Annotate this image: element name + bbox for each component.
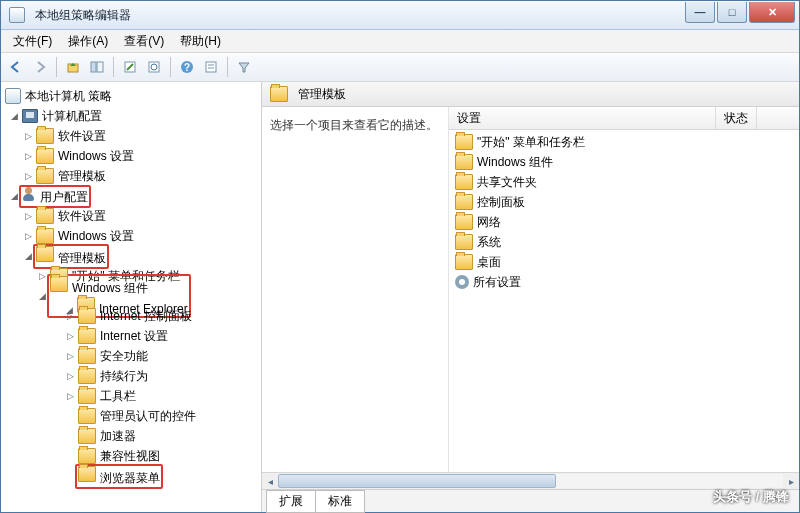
toolbar-separator [170,57,171,77]
expand-icon[interactable]: ▷ [65,351,76,362]
folder-icon [36,228,54,244]
expand-icon[interactable]: ▷ [65,311,76,322]
tree-pane[interactable]: 本地计算机 策略 ◢计算机配置 ▷软件设置 ▷Windows 设置 ▷管理模板 … [1,82,262,512]
col-state[interactable]: 状态 [716,107,757,129]
tree-ie-settings[interactable]: ▷Internet 设置 [1,326,261,346]
list-item[interactable]: 控制面板 [449,192,799,212]
properties-button[interactable] [200,56,222,78]
expand-icon[interactable]: ▷ [65,391,76,402]
tree-accelerators[interactable]: 加速器 [1,426,261,446]
list-header: 设置 状态 [449,107,799,130]
tree-label: 安全功能 [100,348,148,365]
tree-toolbars[interactable]: ▷工具栏 [1,386,261,406]
folder-icon [78,328,96,344]
description-text: 选择一个项目来查看它的描述。 [270,118,438,132]
folder-icon [455,154,473,170]
description-panel: 选择一个项目来查看它的描述。 [262,107,449,472]
tree-admin-approved[interactable]: 管理员认可的控件 [1,406,261,426]
tree-cc-windows[interactable]: ▷Windows 设置 [1,146,261,166]
tree-ie-control-panel[interactable]: ▷Internet 控制面板 [1,306,261,326]
tree-user-config[interactable]: ◢用户配置 [1,186,261,206]
folder-icon [36,246,54,262]
tree-cc-software[interactable]: ▷软件设置 [1,126,261,146]
window-controls: — □ ✕ [683,2,795,22]
app-window: { "window": { "title": "本地组策略编辑器" }, "me… [0,0,800,513]
item-label: Windows 组件 [477,154,553,171]
list-item[interactable]: 网络 [449,212,799,232]
toolbar: ? [1,53,799,82]
tree-browser-menu[interactable]: 浏览器菜单 [1,466,261,486]
expand-icon[interactable]: ▷ [23,131,34,142]
tree-cc-admin[interactable]: ▷管理模板 [1,166,261,186]
folder-icon [455,134,473,150]
scroll-thumb[interactable] [278,474,556,488]
list-item[interactable]: 桌面 [449,252,799,272]
menu-action[interactable]: 操作(A) [60,31,116,52]
list-item[interactable]: 系统 [449,232,799,252]
tree-security[interactable]: ▷安全功能 [1,346,261,366]
tree-label: 计算机配置 [42,108,102,125]
expand-icon[interactable]: ▷ [23,171,34,182]
folder-icon [78,408,96,424]
scroll-left-arrow[interactable]: ◂ [262,474,278,488]
scroll-track[interactable] [278,474,783,488]
tree-label: 管理模板 [58,168,106,185]
folder-icon [455,194,473,210]
col-setting[interactable]: 设置 [449,107,716,129]
tab-extended[interactable]: 扩展 [266,490,316,513]
maximize-button[interactable]: □ [717,2,747,23]
folder-icon [36,128,54,144]
horizontal-scrollbar[interactable]: ◂ ▸ [262,472,799,489]
tree-label: 管理模板 [58,251,106,265]
details-header-title: 管理模板 [298,86,346,103]
details-pane: 管理模板 选择一个项目来查看它的描述。 设置 状态 "开始" 菜单和任务栏 Wi… [262,82,799,512]
expand-icon[interactable]: ▷ [65,331,76,342]
window-title-text: 本地组策略编辑器 [35,7,131,24]
help-button[interactable]: ? [176,56,198,78]
filter-button[interactable] [233,56,255,78]
list-item[interactable]: Windows 组件 [449,152,799,172]
list-item[interactable]: 共享文件夹 [449,172,799,192]
folder-icon [50,276,68,292]
folder-icon [78,348,96,364]
tab-standard[interactable]: 标准 [315,490,365,513]
tree-uc-software[interactable]: ▷软件设置 [1,206,261,226]
tree-computer-config[interactable]: ◢计算机配置 [1,106,261,126]
list-item[interactable]: "开始" 菜单和任务栏 [449,132,799,152]
item-label: 控制面板 [477,194,525,211]
export-button[interactable] [119,56,141,78]
user-icon [22,187,36,201]
expand-icon[interactable]: ▷ [23,231,34,242]
menu-file[interactable]: 文件(F) [5,31,60,52]
tree-win-components[interactable]: ◢Windows 组件◢Internet Explorer [1,286,261,306]
expand-icon[interactable]: ▷ [65,371,76,382]
menu-help[interactable]: 帮助(H) [172,31,229,52]
menu-view[interactable]: 查看(V) [116,31,172,52]
tree-label: 加速器 [100,428,136,445]
back-button[interactable] [5,56,27,78]
expand-icon[interactable]: ▷ [23,211,34,222]
window-title: 本地组策略编辑器 [1,7,131,24]
forward-button[interactable] [29,56,51,78]
tree-label: Windows 组件 [72,281,148,295]
list-item[interactable]: 所有设置 [449,272,799,292]
tree-label: Internet 设置 [100,328,168,345]
tree-label: 持续行为 [100,368,148,385]
scroll-right-arrow[interactable]: ▸ [783,474,799,488]
tree-persistence[interactable]: ▷持续行为 [1,366,261,386]
expand-icon[interactable]: ◢ [9,111,20,122]
folder-icon [455,254,473,270]
refresh-button[interactable] [143,56,165,78]
show-hide-tree-button[interactable] [86,56,108,78]
item-label: 系统 [477,234,501,251]
up-button[interactable] [62,56,84,78]
minimize-button[interactable]: — [685,2,715,23]
folder-icon [36,148,54,164]
expand-icon[interactable]: ▷ [23,151,34,162]
toolbar-separator [227,57,228,77]
tree-root[interactable]: 本地计算机 策略 [1,86,261,106]
close-button[interactable]: ✕ [749,2,795,23]
policy-icon [5,88,21,104]
tree-uc-admin[interactable]: ◢管理模板 [1,246,261,266]
folder-icon [78,308,96,324]
